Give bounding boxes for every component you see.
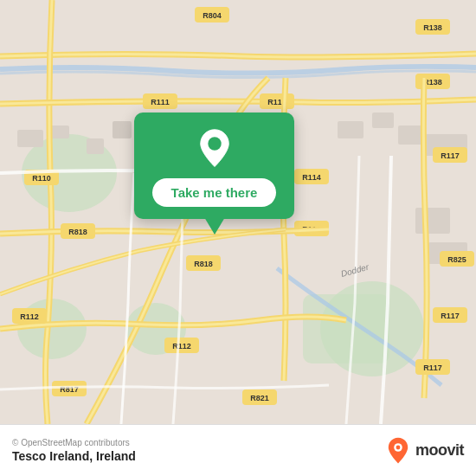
moovit-pin-icon bbox=[384, 437, 412, 465]
svg-rect-6 bbox=[17, 130, 43, 147]
svg-text:R112: R112 bbox=[172, 342, 191, 351]
svg-text:R821: R821 bbox=[250, 394, 269, 402]
svg-text:R117: R117 bbox=[441, 151, 460, 160]
location-pin-icon bbox=[194, 128, 235, 170]
svg-text:R110: R110 bbox=[32, 174, 51, 183]
svg-rect-11 bbox=[372, 113, 394, 128]
svg-rect-9 bbox=[113, 121, 132, 138]
moovit-brand-text: moovit bbox=[415, 441, 464, 460]
moovit-logo: moovit bbox=[384, 437, 464, 465]
svg-rect-8 bbox=[87, 138, 104, 154]
map-container: R110 R804 R138 R138 R111 R111 R114 R114 … bbox=[0, 0, 476, 424]
location-name: Tesco Ireland, Ireland bbox=[12, 449, 136, 463]
svg-rect-10 bbox=[338, 121, 363, 138]
svg-text:R804: R804 bbox=[203, 11, 222, 20]
svg-text:R111: R111 bbox=[151, 98, 170, 106]
svg-text:R117: R117 bbox=[441, 312, 460, 320]
svg-text:R825: R825 bbox=[447, 255, 466, 264]
svg-rect-14 bbox=[415, 208, 450, 234]
svg-text:R112: R112 bbox=[20, 312, 39, 321]
bottom-left: © OpenStreetMap contributors Tesco Irela… bbox=[12, 438, 136, 463]
svg-rect-12 bbox=[398, 125, 422, 145]
attribution-text: © OpenStreetMap contributors bbox=[12, 438, 136, 447]
map-popup: Take me there bbox=[134, 113, 294, 219]
take-me-there-button[interactable]: Take me there bbox=[152, 178, 277, 207]
svg-point-53 bbox=[208, 137, 221, 150]
svg-text:R138: R138 bbox=[423, 23, 442, 32]
svg-point-55 bbox=[396, 445, 401, 449]
popup-tail bbox=[204, 217, 225, 235]
svg-text:R117: R117 bbox=[423, 363, 442, 372]
bottom-bar: © OpenStreetMap contributors Tesco Irela… bbox=[0, 424, 476, 476]
svg-text:R818: R818 bbox=[194, 260, 213, 268]
svg-text:R114: R114 bbox=[302, 173, 321, 182]
svg-rect-5 bbox=[303, 294, 389, 363]
svg-text:R818: R818 bbox=[68, 228, 87, 236]
